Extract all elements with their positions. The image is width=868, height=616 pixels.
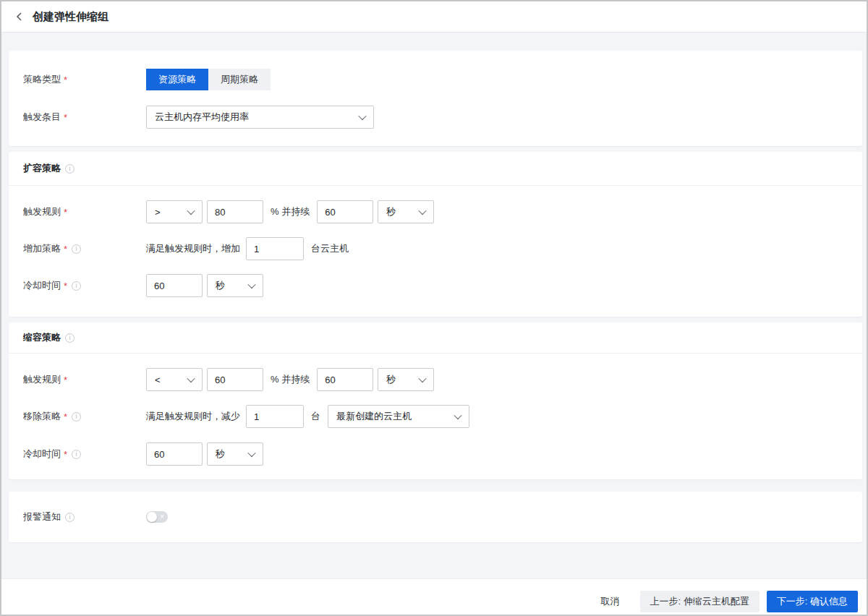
shrink-trigger-rule-row: 触发规则 * < % 并持续 秒 [9, 368, 862, 391]
expand-policy-title: 扩容策略 [23, 162, 61, 175]
expand-policy-header: 扩容策略 i [9, 152, 862, 186]
policy-type-label: 策略类型 [23, 73, 61, 86]
alarm-label-cell: 报警通知 i [9, 510, 146, 523]
add-policy-label: 增加策略 [23, 242, 61, 255]
required-marker: * [64, 281, 67, 291]
policy-type-row: 策略类型 * 资源策略 周期策略 [9, 69, 862, 90]
chevron-down-icon [419, 375, 427, 382]
remove-strategy-select[interactable]: 最新创建的云主机 [328, 405, 469, 428]
remove-policy-prefix-text: 满足触发规则时，减少 [146, 410, 240, 423]
shrink-cooldown-unit-value: 秒 [216, 448, 225, 461]
policy-basic-card: 策略类型 * 资源策略 周期策略 触发条目 * 云主机内存平均使用率 [9, 51, 862, 146]
required-marker: * [64, 207, 67, 218]
expand-rule-label: 触发规则 [23, 205, 61, 218]
expand-threshold-input[interactable] [207, 200, 263, 223]
add-policy-suffix-text: 台云主机 [311, 242, 349, 255]
shrink-duration-input[interactable] [317, 368, 373, 391]
shrink-policy-card: 缩容策略 i 触发规则 * < % 并持续 秒 移除策略 * [9, 322, 862, 479]
chevron-down-icon [187, 375, 195, 382]
chevron-down-icon [187, 207, 195, 215]
footer-bar: 取消 上一步: 伸缩云主机配置 下一步: 确认信息 [1, 578, 867, 615]
remove-policy-middle-text: 台 [311, 410, 320, 423]
shrink-duration-unit-select[interactable]: 秒 [378, 368, 434, 391]
chevron-down-icon [247, 281, 255, 288]
chevron-down-icon [247, 449, 255, 457]
remove-count-input[interactable] [246, 405, 304, 428]
remove-policy-label: 移除策略 [23, 410, 61, 423]
shrink-policy-title: 缩容策略 [23, 331, 61, 344]
expand-operator-select[interactable]: > [146, 200, 203, 223]
required-marker: * [64, 112, 67, 123]
page-header: 创建弹性伸缩组 [1, 1, 867, 33]
expand-cooldown-row: 冷却时间 * i 秒 [9, 274, 862, 297]
chevron-down-icon [419, 207, 427, 215]
tab-resource-policy[interactable]: 资源策略 [146, 69, 208, 90]
shrink-cooldown-unit-select[interactable]: 秒 [207, 442, 263, 466]
info-icon[interactable]: i [65, 164, 75, 174]
trigger-item-select[interactable]: 云主机内存平均使用率 [146, 106, 374, 129]
shrink-rule-label-cell: 触发规则 * [9, 373, 146, 386]
toggle-knob [147, 512, 157, 522]
shrink-cooldown-row: 冷却时间 * i 秒 [9, 442, 862, 466]
expand-cooldown-unit-select[interactable]: 秒 [207, 274, 263, 297]
remove-policy-label-cell: 移除策略 * i [9, 410, 146, 423]
chevron-down-icon [358, 112, 366, 120]
expand-rule-middle-text: % 并持续 [271, 205, 310, 218]
policy-type-tabs: 资源策略 周期策略 [146, 69, 271, 90]
create-scaling-group-page: 创建弹性伸缩组 策略类型 * 资源策略 周期策略 触发条目 * 云主机内存平均使… [0, 0, 868, 616]
remove-strategy-value: 最新创建的云主机 [336, 410, 412, 423]
info-icon[interactable]: i [72, 244, 81, 254]
shrink-operator-value: < [155, 375, 161, 385]
policy-type-label-cell: 策略类型 * [9, 73, 146, 86]
shrink-remove-policy-row: 移除策略 * i 满足触发规则时，减少 台 最新创建的云主机 [9, 405, 862, 428]
shrink-policy-header: 缩容策略 i [9, 322, 862, 354]
shrink-cooldown-input[interactable] [146, 442, 203, 466]
info-icon[interactable]: i [72, 412, 81, 422]
cancel-button[interactable]: 取消 [597, 591, 624, 612]
shrink-operator-select[interactable]: < [146, 368, 203, 391]
info-icon[interactable]: i [65, 333, 75, 343]
shrink-cooldown-label-cell: 冷却时间 * i [9, 448, 146, 461]
shrink-duration-unit-value: 秒 [386, 373, 396, 386]
expand-cooldown-label: 冷却时间 [23, 279, 61, 292]
expand-operator-value: > [155, 207, 161, 218]
add-policy-prefix-text: 满足触发规则时，增加 [146, 242, 240, 255]
expand-rule-label-cell: 触发规则 * [9, 205, 146, 218]
shrink-cooldown-label: 冷却时间 [23, 448, 61, 461]
expand-cooldown-input[interactable] [146, 274, 203, 297]
required-marker: * [64, 449, 67, 460]
trigger-item-label-cell: 触发条目 * [9, 111, 146, 124]
required-marker: * [64, 375, 67, 385]
alarm-label: 报警通知 [23, 510, 61, 523]
expand-cooldown-unit-value: 秒 [216, 279, 225, 292]
expand-duration-input[interactable] [317, 200, 373, 223]
tab-period-policy[interactable]: 周期策略 [208, 69, 271, 90]
alarm-row: 报警通知 i × [9, 510, 168, 523]
expand-cooldown-label-cell: 冷却时间 * i [9, 279, 146, 292]
add-policy-label-cell: 增加策略 * i [9, 242, 146, 255]
expand-policy-card: 扩容策略 i 触发规则 * > % 并持续 秒 增加策略 * [9, 152, 862, 317]
toggle-off-icon: × [160, 511, 164, 523]
expand-duration-unit-select[interactable]: 秒 [378, 200, 434, 223]
shrink-rule-middle-text: % 并持续 [271, 373, 310, 386]
info-icon[interactable]: i [72, 281, 81, 291]
page-title: 创建弹性伸缩组 [33, 10, 109, 24]
shrink-threshold-input[interactable] [207, 368, 263, 391]
required-marker: * [64, 411, 67, 422]
alarm-toggle[interactable]: × [146, 511, 168, 523]
required-marker: * [64, 244, 67, 254]
back-button[interactable] [13, 10, 26, 23]
info-icon[interactable]: i [72, 450, 81, 459]
expand-add-policy-row: 增加策略 * i 满足触发规则时，增加 台云主机 [9, 237, 862, 260]
alarm-card: 报警通知 i × [9, 492, 862, 542]
expand-trigger-rule-row: 触发规则 * > % 并持续 秒 [9, 200, 862, 223]
info-icon[interactable]: i [65, 513, 75, 522]
chevron-left-icon [15, 12, 24, 22]
prev-step-button[interactable]: 上一步: 伸缩云主机配置 [640, 591, 760, 612]
required-marker: * [64, 74, 67, 85]
add-count-input[interactable] [246, 237, 304, 260]
shrink-rule-label: 触发规则 [23, 373, 61, 386]
trigger-item-value: 云主机内存平均使用率 [155, 111, 249, 124]
trigger-item-label: 触发条目 [23, 111, 61, 124]
next-step-button[interactable]: 下一步: 确认信息 [767, 591, 858, 612]
